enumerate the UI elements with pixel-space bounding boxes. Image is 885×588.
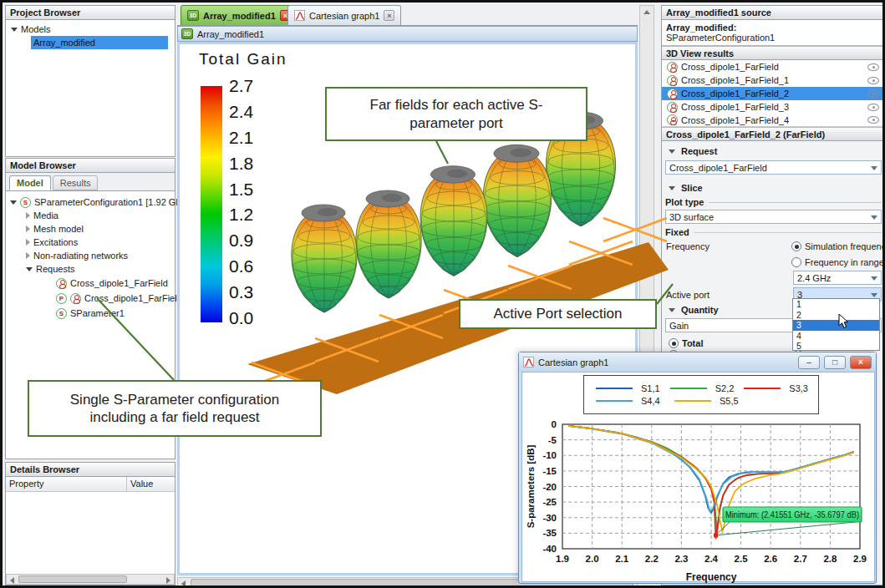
section-slice[interactable]: Slice <box>662 181 884 195</box>
scrollbar-thumb[interactable] <box>18 575 127 583</box>
colorbar-tick: 0.0 <box>229 308 253 328</box>
close-button[interactable]: × <box>850 356 872 369</box>
frequency-combobox[interactable]: 2.4 GHz <box>793 271 882 285</box>
colorbar-tick: 2.1 <box>229 128 253 148</box>
section-label: Request <box>681 146 717 156</box>
result-item[interactable]: Cross_dipole1_FarField_4 <box>662 114 884 127</box>
colorbar-tick: 2.4 <box>229 102 253 122</box>
tree-item-media[interactable]: Media <box>6 209 175 222</box>
scroll-left-icon[interactable] <box>10 577 14 584</box>
scroll-right-icon[interactable] <box>166 577 170 584</box>
close-icon[interactable]: × <box>384 10 394 21</box>
svg-text:-25: -25 <box>542 497 557 507</box>
radio-frequency-in-range[interactable]: Frequency in range <box>791 256 884 269</box>
tree-item-cross-dipole1-farfield-p[interactable]: Cross_dipole1_FarField <box>6 291 175 306</box>
dropdown-option-3-selected[interactable]: 3 <box>793 320 879 331</box>
maximize-button[interactable]: □ <box>824 356 846 369</box>
radio-icon[interactable] <box>791 241 801 251</box>
chevron-right-icon[interactable] <box>26 239 30 246</box>
visibility-eye-icon[interactable] <box>867 104 879 111</box>
tree-item-requests[interactable]: Requests <box>6 262 175 276</box>
farfield-icon <box>667 75 678 86</box>
column-header-value[interactable]: Value <box>127 477 175 491</box>
3d-view-icon <box>181 28 193 39</box>
tab-label: Array_modified1 <box>203 11 276 21</box>
plot-type-combobox[interactable]: 3D surface <box>665 210 882 224</box>
tree-item-mesh-model[interactable]: Mesh model <box>6 222 175 236</box>
tree-item-sparameterconfiguration1[interactable]: SParameterConfiguration1 [1.92 GHz ... <box>6 195 175 209</box>
visibility-eye-icon[interactable] <box>867 116 879 124</box>
tree-item-cross-dipole1-farfield[interactable]: Cross_dipole1_FarField <box>6 276 175 291</box>
tree-item-sparameter1[interactable]: SParameter1 <box>6 306 175 321</box>
radio-simulation-frequencies[interactable]: Simulation frequencies <box>791 240 885 253</box>
svg-text:1.9: 1.9 <box>556 554 569 564</box>
collapse-icon[interactable] <box>669 150 675 154</box>
tab-cartesian-graph1[interactable]: Cartesian graph1 × <box>287 5 401 25</box>
mouse-cursor <box>838 313 850 330</box>
radio-icon[interactable] <box>669 338 679 348</box>
chevron-right-icon[interactable] <box>26 212 30 219</box>
svg-text:2.9: 2.9 <box>853 554 867 564</box>
section-quantity[interactable]: Quantity <box>662 303 787 317</box>
result-item-selected[interactable]: Cross_dipole1_FarField_2 <box>662 87 884 100</box>
section-request[interactable]: Request <box>662 144 884 158</box>
dropdown-option-5[interactable]: 5 <box>793 341 879 352</box>
combo-value: Gain <box>669 321 689 331</box>
scroll-left-icon[interactable] <box>181 580 186 587</box>
tree-item-non-radiating-networks[interactable]: Non-radiating networks <box>6 249 175 262</box>
result-item[interactable]: Cross_dipole1_FarField <box>662 60 884 74</box>
column-header-property[interactable]: Property <box>6 477 127 491</box>
cartesian-graph-window[interactable]: Cartesian graph1 – □ × S1,1S2,2S3,3 S4,4… <box>518 352 877 584</box>
svg-text:2.1: 2.1 <box>615 554 629 564</box>
svg-text:2.6: 2.6 <box>764 554 777 564</box>
visibility-eye-icon[interactable] <box>867 90 879 98</box>
tree-item-excitations[interactable]: Excitations <box>6 236 175 249</box>
tree-item-array-modified[interactable]: Array_modified <box>31 36 168 49</box>
tree-item-models[interactable]: Models <box>6 23 175 36</box>
farfield-settings-header: Cross_dipole1_FarField_2 (FarField) <box>662 127 884 141</box>
colorbar-tick: 1.8 <box>229 154 253 174</box>
project-browser-header: Project Browser <box>6 6 175 20</box>
result-label: Cross_dipole1_FarField_3 <box>681 102 864 112</box>
chevron-right-icon[interactable] <box>26 252 30 259</box>
section-label: Slice <box>681 183 703 193</box>
tab-array-modified1[interactable]: Array_modified1 × <box>181 5 298 25</box>
dropdown-option-1[interactable]: 1 <box>793 299 879 310</box>
chevron-down-icon[interactable] <box>26 267 33 271</box>
svg-text:-5: -5 <box>548 435 557 445</box>
svg-text:-40: -40 <box>542 544 557 554</box>
request-combobox[interactable]: Cross_dipole1_FarField <box>665 160 882 175</box>
visibility-eye-icon[interactable] <box>867 77 879 84</box>
result-item[interactable]: Cross_dipole1_FarField_1 <box>662 74 884 87</box>
details-horizontal-scrollbar[interactable] <box>6 574 175 585</box>
active-port-dropdown-list[interactable]: 1 2 3 4 5 <box>792 298 880 351</box>
svg-text:-30: -30 <box>542 513 557 523</box>
power-icon <box>56 293 67 304</box>
minimize-button[interactable]: – <box>798 356 820 369</box>
chevron-down-icon[interactable] <box>11 28 18 32</box>
tab-results[interactable]: Results <box>53 175 99 190</box>
model-browser-header: Model Browser <box>6 159 175 173</box>
svg-text:2.0: 2.0 <box>586 554 599 564</box>
callout-far-fields: Far fields for each active S-parameter p… <box>325 87 587 141</box>
result-item[interactable]: Cross_dipole1_FarField_3 <box>662 100 884 114</box>
collapse-icon[interactable] <box>669 186 675 190</box>
view3d-title-bar: Array_modified1 <box>177 26 638 42</box>
svg-text:2.5: 2.5 <box>735 554 749 564</box>
dropdown-option-4[interactable]: 4 <box>793 331 879 342</box>
colorbar-tick: 0.3 <box>229 282 253 302</box>
tab-model[interactable]: Model <box>9 175 51 190</box>
scroll-up-icon[interactable] <box>643 10 650 14</box>
tree-label: SParameter1 <box>70 308 125 318</box>
combo-value: 2.4 GHz <box>797 273 831 283</box>
dropdown-option-2[interactable]: 2 <box>793 310 879 321</box>
section-label: Quantity <box>681 305 719 315</box>
chevron-down-icon[interactable] <box>10 200 17 205</box>
window-title-bar[interactable]: Cartesian graph1 – □ × <box>519 352 876 372</box>
chevron-right-icon[interactable] <box>26 226 30 232</box>
collapse-icon[interactable] <box>669 308 675 312</box>
radio-icon[interactable] <box>791 257 801 267</box>
visibility-eye-icon[interactable] <box>867 63 879 71</box>
radio-total[interactable]: Total <box>669 337 703 350</box>
tree-label: Media <box>33 210 58 220</box>
